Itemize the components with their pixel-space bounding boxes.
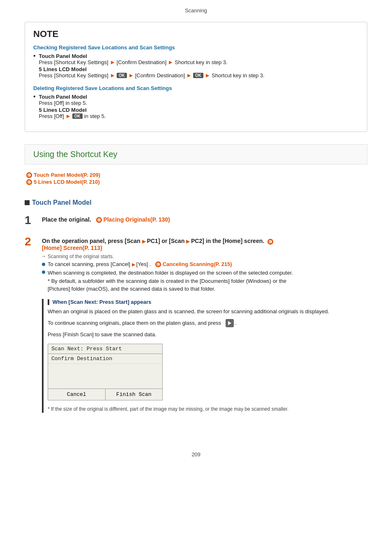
step2-circle-icon: C bbox=[267, 239, 273, 245]
deleting-heading: Deleting Registered Save Locations and S… bbox=[33, 85, 359, 91]
square-bullet-icon bbox=[25, 200, 30, 205]
step-2-bullet1: To cancel scanning, press [Cancel] ▶ [Ye… bbox=[42, 261, 367, 268]
touch-step1: Press [Shortcut Key Settings] bbox=[39, 59, 108, 65]
svg-marker-10 bbox=[228, 321, 231, 325]
scan-next-bar bbox=[48, 299, 49, 305]
del-touch-step: Press [Off] in step 5. bbox=[39, 100, 359, 106]
step2-arrow1: ▶ bbox=[142, 239, 145, 244]
lcd-step-line: Press [Shortcut Key Settings] ▶ OK ▶ [Co… bbox=[39, 72, 359, 79]
lcd-step2: [Confirm Destination] bbox=[135, 72, 185, 79]
panel-model-title: Touch Panel Model bbox=[32, 199, 92, 206]
del-lcd-pre: Press [Off] bbox=[39, 113, 64, 119]
step-1-main: Place the original. C Placing Originals(… bbox=[42, 216, 367, 223]
bullet1-arrow: ▶ bbox=[132, 262, 136, 267]
link-label-1[interactable]: Touch Panel Model(P. 209) bbox=[34, 172, 100, 178]
step-2: 2 On the operation panel, press [Scan ▶ … bbox=[25, 236, 367, 416]
svg-text:C: C bbox=[28, 173, 30, 177]
lcd-buttons: Cancel Finish Scan bbox=[48, 388, 162, 400]
scan-next-body3: Press [Finish Scan] to save the scanned … bbox=[48, 331, 367, 339]
lcd-cancel-button[interactable]: Cancel bbox=[48, 389, 106, 400]
bullet1-link[interactable]: Canceling Scanning(P. 215) bbox=[163, 261, 232, 267]
svg-text:C: C bbox=[157, 263, 159, 266]
note-title: NOTE bbox=[33, 29, 359, 39]
shortcut-links: C Touch Panel Model(P. 209) C 5 Lines LC… bbox=[25, 172, 367, 185]
del-ok-badge: OK bbox=[72, 113, 83, 119]
step-2-sub-text: Scanning of the original starts. bbox=[48, 254, 114, 259]
touch-step3: Shortcut key in step 3. bbox=[175, 59, 228, 65]
step-1-number: 1 bbox=[25, 215, 37, 226]
panel-model-heading: Touch Panel Model bbox=[25, 199, 367, 206]
lcd-model-label: 5 Lines LCD Model bbox=[39, 66, 359, 72]
shortcut-section: Using the Shortcut Key bbox=[25, 144, 367, 164]
step-1: 1 Place the original. C Placing Original… bbox=[25, 215, 367, 226]
start-icon bbox=[226, 319, 234, 327]
del-lcd-label: 5 Lines LCD Model bbox=[39, 107, 359, 113]
svg-text:C: C bbox=[98, 218, 100, 222]
blue-dot-2 bbox=[42, 271, 45, 274]
lcd-arrow3: ▶ bbox=[187, 73, 191, 78]
link-item-2: C 5 Lines LCD Model(P. 210) bbox=[26, 179, 367, 185]
blue-dot-1 bbox=[42, 263, 45, 266]
scan-next-title: When [Scan Next: Press Start] appears bbox=[48, 299, 367, 305]
lcd-step3: Shortcut key in step 3. bbox=[212, 72, 265, 79]
lcd-arrow1: ▶ bbox=[111, 73, 114, 78]
del-touch-text: Press [Off] in step 5. bbox=[39, 100, 88, 106]
link-icon-2: C bbox=[26, 179, 32, 185]
note-section-checking: Checking Registered Save Locations and S… bbox=[33, 44, 359, 79]
del-touch-label: Touch Panel Model bbox=[39, 94, 359, 100]
page-header: Scanning bbox=[0, 0, 392, 18]
arrow1: ▶ bbox=[111, 60, 114, 65]
touch-step-line: Press [Shortcut Key Settings] ▶ [Confirm… bbox=[39, 59, 359, 65]
scan-next-body2: To continue scanning originals, place th… bbox=[48, 319, 367, 328]
link-label-2[interactable]: 5 Lines LCD Model(P. 210) bbox=[34, 179, 100, 185]
step-2-link[interactable]: [Home] Screen(P. 113) bbox=[42, 245, 102, 251]
step2-arrow2: ▶ bbox=[186, 239, 189, 244]
lcd-finish-button[interactable]: Finish Scan bbox=[106, 389, 163, 400]
step2-sub-arrow: ⇒ bbox=[42, 254, 45, 259]
lcd-body bbox=[48, 364, 162, 388]
step-2-number: 2 bbox=[25, 236, 37, 247]
bullet1-circle-icon: C bbox=[155, 261, 161, 267]
ok-badge-1: OK bbox=[117, 73, 127, 78]
lcd-confirm-row: Confirm Destination bbox=[48, 354, 162, 364]
svg-text:C: C bbox=[28, 180, 30, 184]
scan-next-footnote: * If the size of the original is differe… bbox=[48, 405, 367, 413]
step1-circle-icon: C bbox=[96, 217, 102, 223]
del-lcd-step: Press [Off] ▶ OK in step 5. bbox=[39, 113, 359, 119]
step-2-sub: ⇒ Scanning of the original starts. bbox=[42, 254, 367, 259]
checking-heading: Checking Registered Save Locations and S… bbox=[33, 44, 359, 51]
lcd-title-bar: Scan Next: Press Start bbox=[48, 344, 162, 354]
deleting-content: Touch Panel Model Press [Off] in step 5.… bbox=[39, 94, 359, 120]
scan-next-body1: When an original is placed on the platen… bbox=[48, 308, 367, 316]
step-1-link[interactable]: Placing Originals(P. 130) bbox=[103, 216, 170, 223]
del-lcd-post: in step 5. bbox=[84, 113, 106, 119]
arrow2: ▶ bbox=[169, 60, 172, 65]
link-item-1: C Touch Panel Model(P. 209) bbox=[26, 172, 367, 178]
ok-badge-2: OK bbox=[193, 73, 203, 78]
note-box: NOTE Checking Registered Save Locations … bbox=[25, 22, 367, 132]
step-1-content: Place the original. C Placing Originals(… bbox=[42, 215, 367, 226]
lcd-screen: Scan Next: Press Start Confirm Destinati… bbox=[48, 344, 163, 400]
touch-step2: [Confirm Destination] bbox=[117, 59, 166, 65]
del-lcd-arrow: ▶ bbox=[67, 113, 70, 119]
lcd-step1: Press [Shortcut Key Settings] bbox=[39, 72, 108, 79]
touch-model-label: Touch Panel Model bbox=[39, 53, 359, 59]
svg-text:C: C bbox=[269, 240, 272, 244]
deleting-dot: • bbox=[33, 93, 36, 100]
bullet-dot: • bbox=[33, 52, 36, 60]
step-2-main: On the operation panel, press [Scan ▶ PC… bbox=[42, 238, 367, 251]
step-2-bullet2: When scanning is completed, the destinat… bbox=[42, 269, 367, 293]
scan-next-section: When [Scan Next: Press Start] appears Wh… bbox=[42, 299, 367, 413]
page-number: 209 bbox=[0, 443, 392, 462]
shortcut-title: Using the Shortcut Key bbox=[33, 150, 359, 159]
header-title: Scanning bbox=[185, 7, 207, 14]
lcd-arrow4: ▶ bbox=[206, 73, 209, 78]
note-section-deleting: Deleting Registered Save Locations and S… bbox=[33, 85, 359, 120]
step-2-content: On the operation panel, press [Scan ▶ PC… bbox=[42, 236, 367, 416]
deleting-bullet: • Touch Panel Model Press [Off] in step … bbox=[33, 94, 359, 120]
link-icon-1: C bbox=[26, 172, 32, 178]
checking-bullet: • Touch Panel Model Press [Shortcut Key … bbox=[33, 53, 359, 79]
checking-content: Touch Panel Model Press [Shortcut Key Se… bbox=[39, 53, 359, 79]
lcd-arrow2: ▶ bbox=[129, 73, 133, 78]
